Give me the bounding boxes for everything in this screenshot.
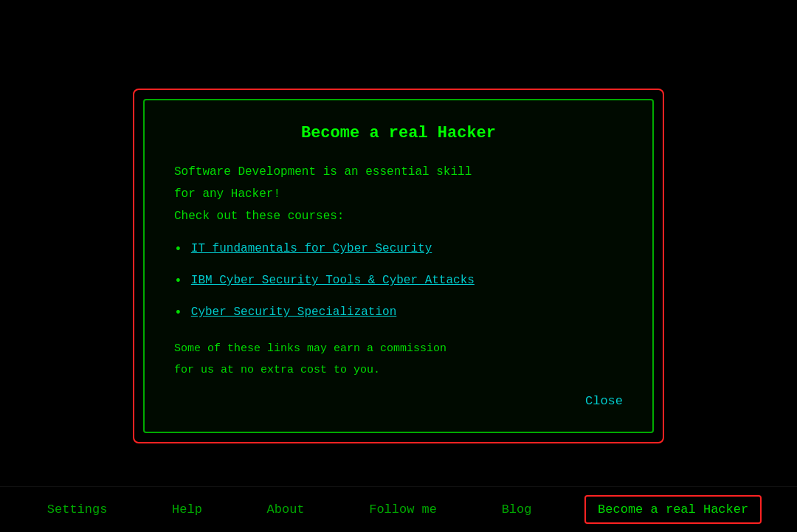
nav-settings[interactable]: Settings	[35, 497, 120, 522]
close-button[interactable]: Close	[174, 392, 623, 411]
intro-line3: Check out these courses:	[174, 207, 623, 225]
footer-nav: Settings Help About Follow me Blog Becom…	[0, 486, 797, 532]
outer-modal: Become a real Hacker Software Developmen…	[133, 89, 664, 443]
list-item: IBM Cyber Security Tools & Cyber Attacks	[174, 272, 623, 291]
nav-about[interactable]: About	[255, 497, 317, 522]
commission-line2: for us at no extra cost to you.	[174, 362, 623, 379]
main-content: Become a real Hacker Software Developmen…	[0, 0, 797, 532]
link-ibm-cyber[interactable]: IBM Cyber Security Tools & Cyber Attacks	[191, 272, 475, 289]
modal-body: Software Development is an essential ski…	[174, 163, 623, 411]
link-cyber-specialization[interactable]: Cyber Security Specialization	[191, 303, 396, 321]
inner-modal: Become a real Hacker Software Developmen…	[143, 99, 654, 433]
nav-follow-me[interactable]: Follow me	[357, 497, 449, 522]
intro-text: Software Development is an essential ski…	[174, 163, 623, 225]
nav-blog[interactable]: Blog	[490, 497, 544, 522]
modal-title: Become a real Hacker	[174, 124, 623, 142]
list-item: Cyber Security Specialization	[174, 303, 623, 323]
nav-help[interactable]: Help	[160, 497, 214, 522]
commission-line1: Some of these links may earn a commissio…	[174, 341, 623, 358]
list-item: IT fundamentals for Cyber Security	[174, 240, 623, 260]
nav-become-hacker[interactable]: Become a real Hacker	[584, 495, 762, 524]
intro-line1: Software Development is an essential ski…	[174, 163, 623, 181]
course-list: IT fundamentals for Cyber Security IBM C…	[174, 240, 623, 323]
commission-text: Some of these links may earn a commissio…	[174, 341, 623, 379]
intro-line2: for any Hacker!	[174, 185, 623, 203]
link-it-fundamentals[interactable]: IT fundamentals for Cyber Security	[191, 240, 432, 258]
